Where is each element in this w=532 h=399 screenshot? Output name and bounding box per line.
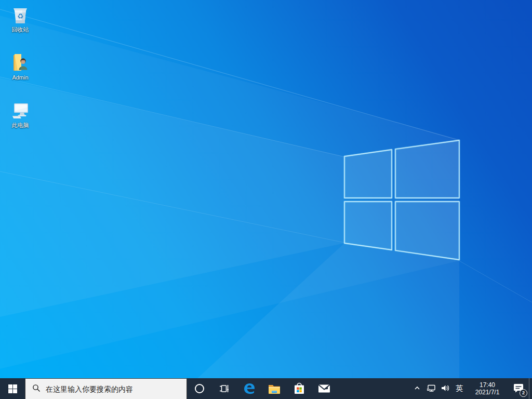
search-icon <box>32 384 41 394</box>
edge-button[interactable] <box>237 378 262 399</box>
wallpaper-windows-logo <box>0 0 532 378</box>
desktop-icon-recycle-bin[interactable]: ♻ 回收站 <box>3 4 37 33</box>
desktop-icon-label: Admin <box>12 74 28 81</box>
taskbar: 英 17:40 2021/7/1 2 <box>0 378 532 399</box>
svg-text:♻: ♻ <box>17 12 23 20</box>
file-explorer-button[interactable] <box>262 378 287 399</box>
notification-count-badge: 2 <box>520 389 527 397</box>
volume-icon <box>441 383 450 394</box>
mail-button[interactable] <box>312 378 337 399</box>
task-view-icon <box>219 383 230 394</box>
chevron-up-icon <box>414 384 421 393</box>
volume-button[interactable] <box>438 378 452 399</box>
taskbar-clock[interactable]: 17:40 2021/7/1 <box>467 378 508 399</box>
mail-icon <box>317 382 331 395</box>
cortana-icon <box>194 383 205 394</box>
user-folder-icon <box>10 52 31 73</box>
microsoft-store-icon <box>293 382 305 395</box>
search-input[interactable] <box>46 385 181 393</box>
computer-icon <box>10 100 31 121</box>
clock-date: 2021/7/1 <box>467 389 508 396</box>
edge-icon <box>243 382 256 395</box>
recycle-bin-icon: ♻ <box>10 4 31 25</box>
start-button[interactable] <box>0 378 25 399</box>
desktop-icon-admin[interactable]: Admin <box>3 52 37 81</box>
windows-10-desktop-screen: ♻ 回收站 <box>0 0 532 399</box>
show-desktop-button[interactable] <box>529 378 532 399</box>
taskbar-search-box[interactable] <box>25 378 187 399</box>
windows-logo-icon <box>8 384 17 393</box>
desktop-icons: ♻ 回收站 <box>3 4 37 129</box>
desktop-background[interactable]: ♻ 回收站 <box>0 0 532 378</box>
cortana-button[interactable] <box>187 378 212 399</box>
desktop-icon-label: 此电脑 <box>12 122 29 129</box>
file-explorer-icon <box>268 382 281 395</box>
desktop-icon-label: 回收站 <box>12 26 29 33</box>
hidden-icons-button[interactable] <box>410 378 424 399</box>
action-center-button[interactable]: 2 <box>508 378 529 399</box>
network-button[interactable] <box>424 378 438 399</box>
clock-time: 17:40 <box>467 381 508 389</box>
network-icon <box>427 383 436 394</box>
language-indicator[interactable]: 英 <box>452 378 467 399</box>
task-view-button[interactable] <box>212 378 237 399</box>
microsoft-store-button[interactable] <box>287 378 312 399</box>
desktop-icon-this-pc[interactable]: 此电脑 <box>3 100 37 129</box>
system-tray: 英 17:40 2021/7/1 2 <box>410 378 532 399</box>
